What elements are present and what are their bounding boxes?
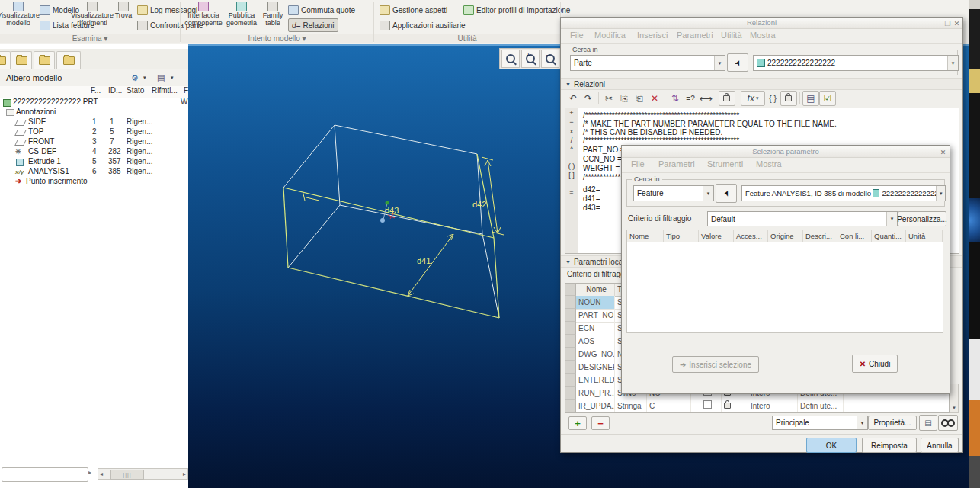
op-multiply[interactable]: x [570,127,574,136]
insert-selection-button[interactable]: ➔ Inserisci selezione [672,356,759,373]
dim-label-d41[interactable]: d41 [417,256,431,265]
scroll-left-icon[interactable]: ◂ [100,470,103,477]
op-plus[interactable]: + [569,108,573,117]
chevron-down-icon[interactable]: ▾ [936,186,945,201]
visualizzatore-modello-button[interactable]: Visualizzatore modello [0,2,37,32]
tree-row[interactable]: ➔ Punto inserimento [0,177,188,187]
trova-button[interactable]: Trova [111,2,136,32]
col-con-limiti[interactable]: Con li... [837,230,872,242]
maximize-icon[interactable]: ❐ [943,18,952,29]
chevron-down-icon[interactable]: ▾ [143,75,146,81]
col-origine[interactable]: Origine [768,230,803,242]
lock-relations-button[interactable] [719,91,735,106]
applicazioni-ausiliarie-button[interactable]: Applicazioni ausiliarie [380,19,466,31]
menu-parametri[interactable]: Parametri [677,30,713,40]
close-button[interactable]: ✕ Chiudi [852,355,898,373]
tree-display-icon[interactable]: ▤ [157,73,165,83]
tree-tab-4[interactable] [56,51,81,69]
cut-icon[interactable]: ✂ [601,92,617,105]
paste-icon[interactable]: ⎗ [632,92,647,105]
close-icon[interactable]: ✕ [953,18,961,29]
relations-dialog-titlebar[interactable]: Relazioni – ❐ ✕ [561,18,962,29]
col-accesso[interactable]: Acces... [734,230,768,242]
verify-icon[interactable]: ☑ [819,91,836,106]
table-view-button[interactable]: ▤ [919,415,937,431]
param-set-select[interactable]: Principale ▾ [772,416,868,430]
params-vscrollbar[interactable]: ▾ [950,384,959,413]
dim-label-d43[interactable]: d43 [385,206,399,215]
zoom-in-button[interactable]: + [521,50,540,68]
select-table-body[interactable] [626,242,943,333]
pubblica-geometria-button[interactable]: Pubblica geometria [224,2,259,32]
col-nome[interactable]: Nome [627,230,664,242]
op-parens[interactable]: ( ) [568,162,575,171]
col-f[interactable]: F... [91,86,101,95]
interfaccia-componente-button[interactable]: Interfaccia componente [184,2,223,32]
designate-checkbox[interactable] [703,400,712,409]
zoom-out-button[interactable]: − [541,50,559,68]
toggle-dims-icon[interactable]: ⇅ [668,92,683,105]
ribbon-group-intento-modello[interactable]: Intento modello ▾ [181,34,373,43]
scope-select[interactable]: Feature ▾ [633,185,714,201]
find-parameter-button[interactable] [938,415,958,431]
op-power[interactable]: ^ [570,145,573,154]
col-valore[interactable]: Valore [699,230,734,242]
family-table-button[interactable]: Family table [261,2,285,32]
menu-file[interactable]: File [570,30,584,40]
expand-icon[interactable]: ▸ [88,469,91,476]
op-equals[interactable]: = [569,188,573,197]
col-stato[interactable]: Stato [127,86,144,95]
remove-parameter-button[interactable]: − [591,416,610,430]
scope-select[interactable]: Parte ▾ [570,55,725,71]
commuta-quote-button[interactable]: Commuta quote [288,4,355,16]
scroll-thumb[interactable]: |||| [110,470,144,480]
delete-icon[interactable]: ✕ [647,92,662,105]
editor-profili-button[interactable]: Editor profili di importazione [463,4,570,16]
scroll-right-icon[interactable]: ▸ [183,470,186,477]
relations-section-bar[interactable]: ▼ Relazioni [561,78,962,90]
measure-icon[interactable]: ⟷ [698,92,713,105]
visualizzatore-riferimenti-button[interactable]: Visualizzatore riferimenti [72,2,113,32]
add-parameter-button[interactable]: + [568,416,587,430]
redo-icon[interactable]: ↷ [581,92,596,105]
target-combo[interactable]: Feature ANALYSIS1, ID 385 di modello 222… [741,185,946,201]
op-brackets[interactable]: [ ] [568,171,575,180]
minimize-icon[interactable]: – [934,18,943,29]
tree-tab-3[interactable] [34,51,55,69]
pick-from-screen-button[interactable]: ➤ [727,53,748,72]
col-tipo[interactable]: Tipo [664,230,699,242]
menu-strumenti[interactable]: Strumenti [707,159,743,169]
ribbon-group-esamina[interactable]: Esamina ▾ [0,34,180,43]
tree-row[interactable]: ✳ CS-DEF 4 282 Rigen... [0,147,188,157]
tree-row[interactable]: Annotazioni [0,108,188,117]
col-descrizione[interactable]: Descri... [803,230,837,242]
chevron-down-icon[interactable]: ▾ [714,56,725,70]
dim-label-d42[interactable]: d42 [472,200,486,209]
menu-mostra[interactable]: Mostra [756,159,782,169]
ok-button[interactable]: OK [806,438,857,453]
menu-inserisci[interactable]: Inserisci [637,30,668,40]
tree-row[interactable]: Extrude 1 5 357 Rigen... [0,157,188,167]
params-col-nome[interactable]: Nome [576,284,615,296]
zoom-region-button[interactable] [501,50,520,68]
units-lock-button[interactable] [780,91,797,106]
target-combo[interactable]: 2222222222222222 ▾ [753,55,959,71]
filter-select[interactable]: Default ▾ [707,211,898,226]
undo-icon[interactable]: ↶ [565,92,581,105]
tree-row[interactable]: TOP 2 5 Rigen... [0,127,188,137]
cancel-button[interactable]: Annulla [921,438,959,453]
chevron-down-icon[interactable]: ▾ [171,75,174,81]
op-minus[interactable]: − [569,117,573,127]
param-row[interactable]: IR_UPDA... Stringa C Intero Defin ute... [565,400,949,413]
op-divide[interactable]: / [571,136,573,145]
tree-tab-1[interactable] [0,51,11,69]
tree-row[interactable]: SIDE 1 1 Rigen... [0,117,188,127]
chevron-down-icon[interactable]: ▾ [857,416,867,429]
col-unita[interactable]: Unità [906,230,943,242]
tree-filter-input[interactable] [2,467,88,482]
customize-button[interactable]: Personalizza... [898,211,946,226]
tree-tab-2[interactable] [11,51,32,69]
col-rifmti[interactable]: Rifmti... [152,86,178,95]
chevron-down-icon[interactable]: ▾ [947,56,958,70]
select-dialog-titlebar[interactable]: Seleziona parametro ✕ [622,146,950,158]
